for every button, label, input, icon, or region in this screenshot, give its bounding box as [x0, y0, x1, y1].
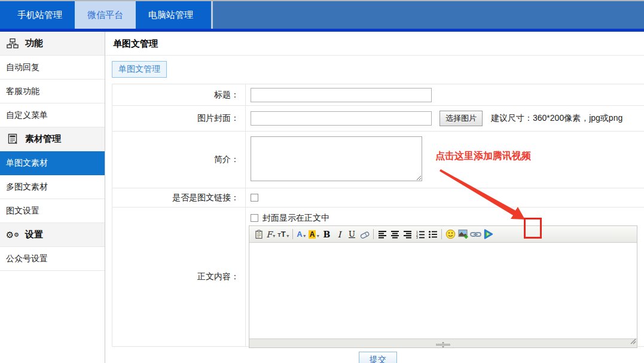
form-row-body-content: 正文内容： 封面显示在正文中 F TT: [112, 208, 644, 347]
sidebar-item-single-article-material[interactable]: 单图文素材: [0, 151, 105, 175]
editor-status-bar: [249, 338, 637, 347]
cover-size-hint: 建议尺寸：360*200像素，jpg或png: [491, 113, 622, 124]
rich-text-editor: F TT A A B I U: [249, 225, 637, 348]
editor-content-area[interactable]: [249, 243, 637, 338]
highlight-color-icon[interactable]: A: [308, 228, 321, 241]
toolbar-separator: [373, 229, 374, 239]
sidebar-item-multi-article-material[interactable]: 多图文素材: [0, 175, 105, 199]
sidebar-section-label: 功能: [25, 38, 43, 49]
form-row-title: 标题：: [112, 84, 644, 106]
page-title: 单图文管理: [106, 32, 644, 56]
submit-row: 提交: [112, 347, 644, 363]
toolbar-separator: [292, 229, 293, 239]
sidebar-item-auto-reply[interactable]: 自动回复: [0, 56, 105, 80]
toolbar-separator: [441, 229, 442, 239]
article-form: 标题： 图片封面： 选择图片 建议尺寸：360*200像素，jpg或png 简介…: [112, 84, 644, 347]
nav-tab-wechat-platform[interactable]: 微信平台: [75, 0, 136, 29]
news-icon: [5, 133, 20, 145]
form-row-cover: 图片封面： 选择图片 建议尺寸：360*200像素，jpg或png: [112, 106, 644, 132]
cover-label: 图片封面：: [112, 106, 246, 131]
font-family-icon[interactable]: F: [265, 228, 277, 241]
top-border-line: [0, 0, 644, 1]
hyperlink-icon[interactable]: [469, 228, 482, 241]
editor-resize-handle[interactable]: [435, 340, 451, 350]
sidebar-section-label: 素材管理: [25, 133, 61, 145]
eraser-icon[interactable]: [358, 228, 371, 241]
insert-image-icon[interactable]: [457, 228, 469, 241]
is-link-checkbox[interactable]: [251, 194, 258, 202]
font-size-icon[interactable]: TT: [277, 228, 290, 241]
form-row-intro: 简介：: [112, 132, 644, 188]
sidebar-section-materials: 素材管理: [0, 127, 105, 151]
title-input[interactable]: [251, 88, 432, 102]
ordered-list-icon[interactable]: 123: [414, 228, 426, 241]
svg-text:3: 3: [416, 236, 418, 239]
nav-empty-area: [211, 0, 644, 29]
nav-tabs-zone: 手机站管理 微信平台 电脑站管理: [0, 0, 211, 29]
intro-label: 简介：: [112, 132, 246, 188]
sidebar-section-functions: 功能: [0, 32, 105, 56]
editor-toolbar: F TT A A B I U: [249, 226, 637, 243]
editor-corner-grip-icon[interactable]: [630, 336, 636, 347]
sidebar-section-label: 设置: [25, 229, 43, 240]
nav-tab-pc-site[interactable]: 电脑站管理: [136, 0, 206, 29]
intro-textarea[interactable]: [251, 136, 422, 181]
dropdown-caret-icon: [303, 229, 307, 240]
dropdown-caret-icon: [272, 229, 276, 240]
sidebar-item-custom-menu[interactable]: 自定义菜单: [0, 103, 105, 127]
italic-icon[interactable]: I: [333, 228, 346, 241]
paste-icon[interactable]: [252, 228, 265, 241]
sidebar-item-official-account-settings[interactable]: 公众号设置: [0, 247, 105, 271]
underline-icon[interactable]: U: [346, 228, 358, 241]
submit-button[interactable]: 提交: [359, 352, 397, 363]
emoticon-icon[interactable]: [444, 228, 457, 241]
font-color-icon[interactable]: A: [295, 228, 308, 241]
sitemap-icon: [5, 38, 20, 50]
tencent-video-icon[interactable]: [482, 228, 495, 241]
cover-in-content-checkbox[interactable]: [251, 214, 258, 222]
align-right-icon[interactable]: [401, 228, 414, 241]
cover-input[interactable]: [251, 111, 432, 126]
unordered-list-icon[interactable]: [426, 228, 439, 241]
sidebar-section-settings: ⚙⚙ 设置: [0, 223, 105, 247]
nav-tab-mobile-site[interactable]: 手机站管理: [5, 0, 75, 29]
tab-button-row: 单图文管理: [106, 56, 644, 84]
gears-icon: ⚙⚙: [5, 229, 20, 241]
choose-image-button[interactable]: 选择图片: [439, 111, 483, 126]
main-content: 单图文管理 单图文管理 标题： 图片封面： 选择图片 建议尺寸：360*200像…: [106, 32, 644, 363]
body-content-label: 正文内容：: [112, 208, 246, 346]
dropdown-caret-icon: [316, 229, 320, 240]
sidebar-item-customer-service[interactable]: 客服功能: [0, 80, 105, 103]
form-row-is-link: 是否是图文链接：: [112, 188, 644, 208]
top-navigation: 手机站管理 微信平台 电脑站管理: [0, 0, 644, 32]
tab-single-article-management[interactable]: 单图文管理: [112, 61, 167, 78]
dropdown-caret-icon: [286, 229, 290, 240]
sidebar: 功能 自动回复 客服功能 自定义菜单 素材管理 单图文素材 多图文素材 图文设置…: [0, 32, 105, 363]
bold-icon[interactable]: B: [321, 228, 333, 241]
cover-in-content-label: 封面显示在正文中: [263, 213, 329, 224]
is-link-label: 是否是图文链接：: [112, 188, 246, 207]
title-label: 标题：: [112, 84, 246, 105]
align-left-icon[interactable]: [376, 228, 389, 241]
sidebar-item-article-settings[interactable]: 图文设置: [0, 199, 105, 223]
align-center-icon[interactable]: [389, 228, 401, 241]
